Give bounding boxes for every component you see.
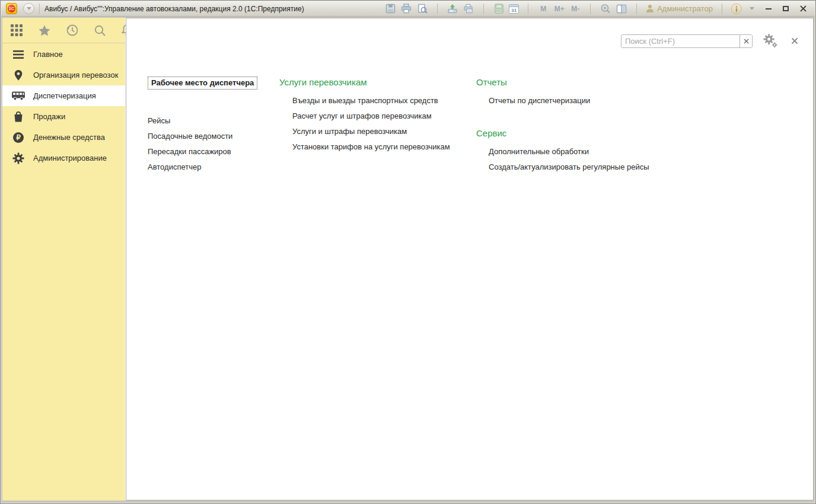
link-dispatcher-workplace[interactable]: Рабочее место диспетчера xyxy=(148,76,257,90)
section-header-service: Сервис xyxy=(476,127,690,139)
calculator-icon[interactable] xyxy=(493,3,505,15)
list-item: Пересадки пассажиров xyxy=(148,144,275,160)
tool-panel xyxy=(2,18,125,43)
link-tariff-settings[interactable]: Установки тарифов на услуги перевозчикам xyxy=(292,142,450,151)
close-x-icon xyxy=(791,37,798,44)
bus-icon xyxy=(11,90,26,102)
print-icon[interactable] xyxy=(400,3,412,15)
menu-column-2: Услуги перевозчикам Въезды и выезды тран… xyxy=(279,76,469,155)
divider xyxy=(528,4,528,14)
link-trips[interactable]: Рейсы xyxy=(148,116,170,125)
link-autodispatcher[interactable]: Автодиспетчер xyxy=(148,162,201,171)
sidebar-item-transport-organization[interactable]: Организация перевозок xyxy=(2,65,125,85)
minimize-button[interactable] xyxy=(762,3,775,15)
favorites-star-icon[interactable] xyxy=(38,23,51,37)
title-bar: 1С Авибус / Авибус"":Управление автовокз… xyxy=(1,1,815,17)
sidebar-item-dispatching[interactable]: Диспетчеризация xyxy=(2,85,125,106)
section-nav: Главное Организация перевозок Диспетчери… xyxy=(2,43,125,168)
list-item: Отчеты по диспетчеризации xyxy=(489,93,690,109)
memory-plus-button[interactable]: М+ xyxy=(553,3,565,15)
divider xyxy=(590,4,591,14)
sections-panel: Главное Организация перевозок Диспетчери… xyxy=(2,18,125,500)
maximize-button[interactable] xyxy=(779,3,792,15)
chevron-down-icon xyxy=(27,7,31,10)
memory-recall-button[interactable]: М xyxy=(537,3,549,15)
reports-links: Отчеты по диспетчеризации xyxy=(489,93,690,109)
print-preview-icon[interactable] xyxy=(416,3,428,15)
list-item: Создать/актуализировать регулярные рейсы xyxy=(489,160,690,175)
list-item: Дополнительные обработки xyxy=(489,144,690,160)
link-additional-processing[interactable]: Дополнительные обработки xyxy=(489,147,589,156)
memory-minus-button[interactable]: М- xyxy=(569,3,581,15)
link-boarding-sheets[interactable]: Посадочные ведомости xyxy=(148,132,232,141)
carrier-services-links: Въезды и выезды транспортных средств Рас… xyxy=(292,93,469,155)
save-icon[interactable] xyxy=(384,3,396,15)
panel-close-button[interactable] xyxy=(789,36,800,46)
search-icon[interactable] xyxy=(94,23,106,37)
data-read-icon[interactable] xyxy=(447,3,458,15)
section-header-carrier-services: Услуги перевозчикам xyxy=(279,76,469,88)
user-name: Администратор xyxy=(657,4,713,13)
shopping-bag-icon xyxy=(11,111,26,123)
search-clear-button[interactable] xyxy=(740,35,752,47)
location-pin-icon xyxy=(11,69,26,81)
split-window-icon[interactable] xyxy=(616,3,627,15)
clear-x-icon xyxy=(744,39,749,44)
close-icon xyxy=(800,5,807,12)
settings-gears-icon[interactable] xyxy=(763,34,778,48)
search-group xyxy=(621,34,753,48)
link-dispatching-reports[interactable]: Отчеты по диспетчеризации xyxy=(489,96,590,105)
minimize-icon xyxy=(766,8,772,9)
menu-column-3: Отчеты Отчеты по диспетчеризации Сервис … xyxy=(476,76,690,175)
history-clock-icon[interactable] xyxy=(66,23,79,37)
window-title: Авибус / Авибус"":Управление автовокзала… xyxy=(44,5,304,13)
sidebar-item-administration[interactable]: Администрирование xyxy=(2,148,125,168)
divider xyxy=(39,4,40,14)
divider xyxy=(483,4,484,14)
search-input[interactable] xyxy=(621,35,740,47)
zoom-icon[interactable] xyxy=(600,3,611,15)
list-item: Установки тарифов на услуги перевозчикам xyxy=(292,139,469,155)
list-item: Услуги и штрафы перевозчикам xyxy=(292,124,469,139)
user-icon xyxy=(646,4,654,13)
titlebar-toolbar: 31 М М+ М- Администратор xyxy=(384,3,815,15)
gear-icon xyxy=(11,152,26,164)
divider xyxy=(722,4,722,14)
link-services-fines-calculation[interactable]: Расчет услуг и штрафов перевозчикам xyxy=(292,111,432,120)
client-area: Главное Организация перевозок Диспетчери… xyxy=(2,18,814,500)
list-item: Расчет услуг и штрафов перевозчикам xyxy=(292,109,469,124)
system-menu-button[interactable] xyxy=(23,3,34,14)
grid-menu-icon[interactable] xyxy=(10,23,23,37)
divider xyxy=(437,4,438,14)
sidebar-item-main[interactable]: Главное xyxy=(2,44,125,65)
menu-lines-icon xyxy=(11,49,26,60)
link-create-actualize-regular-trips[interactable]: Создать/актуализировать регулярные рейсы xyxy=(489,162,649,171)
link-services-and-fines[interactable]: Услуги и штрафы перевозчикам xyxy=(292,127,407,136)
info-icon[interactable] xyxy=(731,4,742,14)
command-interface: Рабочее место диспетчера Рейсы Посадочны… xyxy=(126,18,814,500)
close-button[interactable] xyxy=(796,3,809,15)
menu-column-1: Рабочее место диспетчера Рейсы Посадочны… xyxy=(148,76,275,175)
section-header-reports: Отчеты xyxy=(476,76,690,88)
ruble-circle-icon: ₽ xyxy=(11,132,26,143)
link-passenger-transfers[interactable]: Пересадки пассажиров xyxy=(148,147,231,156)
divider xyxy=(636,4,637,14)
app-window: 1С Авибус / Авибус"":Управление автовокз… xyxy=(0,0,816,504)
list-item: Рейсы xyxy=(148,113,275,129)
list-item: Въезды и выезды транспортных средств xyxy=(292,93,469,109)
1c-logo-icon: 1С xyxy=(6,3,17,14)
link-vehicle-entries-exits[interactable]: Въезды и выезды транспортных средств xyxy=(292,96,438,105)
svg-text:₽: ₽ xyxy=(16,133,21,142)
calendar-icon[interactable]: 31 xyxy=(509,4,519,14)
current-user-button[interactable]: Администратор xyxy=(646,4,713,13)
service-links: Дополнительные обработки Создать/актуали… xyxy=(489,144,690,175)
search-row xyxy=(621,34,800,48)
dropdown-chevron-icon[interactable] xyxy=(746,3,758,15)
sidebar-item-cash[interactable]: ₽ Денежные средства xyxy=(2,127,125,148)
sidebar-item-sales[interactable]: Продажи xyxy=(2,106,125,127)
maximize-icon xyxy=(783,6,789,11)
list-item: Автодиспетчер xyxy=(148,160,275,175)
print-document-icon[interactable] xyxy=(463,3,474,15)
list-item: Посадочные ведомости xyxy=(148,129,275,144)
column1-links: Рейсы Посадочные ведомости Пересадки пас… xyxy=(148,113,275,175)
